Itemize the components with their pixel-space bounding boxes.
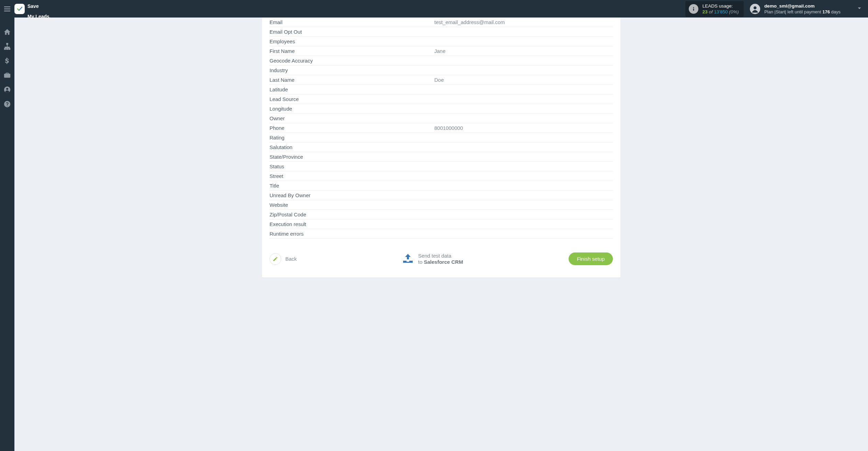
dollar-icon (3, 57, 11, 65)
action-bar: Back Send test data to Salesforce CRM Fi… (270, 252, 613, 265)
app-logo-badge (14, 4, 25, 14)
field-row: Lead Source (270, 94, 613, 104)
sidebar-item-billing[interactable] (3, 57, 11, 65)
header-dropdown-toggle[interactable] (854, 5, 865, 13)
field-row: Unread By Owner (270, 191, 613, 200)
field-row: Phone8001000000 (270, 123, 613, 133)
leads-usage-widget[interactable]: LEADS usage: 23 of 13'850 (0%) (685, 1, 744, 17)
svg-point-3 (754, 6, 757, 9)
field-row: Last NameDoe (270, 75, 613, 85)
user-avatar-icon (750, 4, 760, 14)
back-button[interactable]: Back (270, 253, 297, 265)
field-card: Emailtest_email_address@mail.comEmail Op… (262, 18, 620, 278)
field-row: First NameJane (270, 46, 613, 56)
upload-icon (402, 253, 413, 265)
send-test-line-2-target: Salesforce CRM (424, 259, 463, 265)
field-label: Employees (270, 38, 434, 44)
send-test-line-1: Send test data (418, 253, 463, 259)
field-label: Phone (270, 125, 434, 131)
field-label: Owner (270, 115, 434, 121)
hamburger-menu-button[interactable] (0, 7, 14, 11)
field-value: 8001000000 (434, 125, 613, 131)
leads-usage-current: 23 (703, 9, 708, 14)
finish-setup-button[interactable]: Finish setup (569, 252, 613, 265)
field-label: Geocode Accuracy (270, 58, 434, 64)
main-scroll-area[interactable]: Emailtest_email_address@mail.comEmail Op… (14, 18, 868, 451)
field-label: Rating (270, 135, 434, 140)
field-label: State/Province (270, 154, 434, 160)
field-row: Employees (270, 37, 613, 46)
field-label: Runtime errors (270, 231, 434, 237)
svg-rect-7 (9, 48, 10, 50)
field-value: Doe (434, 77, 613, 83)
field-label: Zip/Postal Code (270, 212, 434, 217)
field-label: Email Opt Out (270, 29, 434, 35)
field-label: Industry (270, 67, 434, 73)
field-label: Salutation (270, 144, 434, 150)
sidebar-item-account[interactable] (3, 86, 11, 94)
svg-rect-6 (7, 48, 8, 50)
user-circle-icon (3, 86, 11, 93)
home-icon (3, 28, 11, 36)
field-row: Website (270, 200, 613, 210)
leads-usage-of: of (709, 9, 712, 14)
user-plan-days-word: days (830, 9, 841, 14)
field-row: Owner (270, 114, 613, 123)
logo-line-2: My Leads. (27, 14, 51, 19)
svg-point-9 (6, 88, 8, 90)
field-row: Zip/Postal Code (270, 210, 613, 219)
sidebar-item-connections[interactable] (3, 42, 11, 50)
field-row: State/Province (270, 152, 613, 162)
field-row: Longitude (270, 104, 613, 114)
sidebar-item-help[interactable] (3, 100, 11, 108)
field-row: Status (270, 162, 613, 171)
user-email: demo_sml@gmail.com (764, 3, 841, 9)
field-row: Street (270, 171, 613, 181)
field-row: Title (270, 181, 613, 191)
info-icon (689, 4, 698, 14)
chevron-down-icon (856, 5, 863, 11)
send-test-line-2-prefix: to (418, 259, 424, 265)
sidebar-item-home[interactable] (3, 28, 11, 36)
field-row: Salutation (270, 143, 613, 152)
field-row: Latitude (270, 85, 613, 94)
field-row: Industry (270, 66, 613, 75)
user-plan-line: Plan |Start| left until payment 176 days (764, 9, 841, 15)
back-button-label: Back (285, 256, 297, 262)
field-value: test_email_address@mail.com (434, 19, 613, 25)
field-label: First Name (270, 48, 434, 54)
field-label: Longitude (270, 106, 434, 112)
logo-line-1: Save (27, 3, 39, 9)
pencil-icon (273, 256, 278, 262)
leads-usage-total: 13'850 (714, 9, 728, 14)
field-label: Last Name (270, 77, 434, 83)
field-row: Email Opt Out (270, 27, 613, 37)
field-label: Latitude (270, 87, 434, 92)
field-label: Street (270, 173, 434, 179)
svg-point-0 (693, 7, 694, 8)
user-plan-days-num: 176 (822, 9, 830, 14)
leads-usage-text: LEADS usage: 23 of 13'850 (0%) (703, 3, 739, 15)
briefcase-icon (3, 71, 11, 79)
field-row: Execution result (270, 219, 613, 229)
sidebar-item-business[interactable] (3, 71, 11, 79)
field-row: Emailtest_email_address@mail.com (270, 18, 613, 27)
user-plan-prefix: Plan |Start| left until payment (764, 9, 822, 14)
field-label: Status (270, 164, 434, 169)
sitemap-icon (3, 43, 11, 50)
field-value: Jane (434, 48, 613, 54)
field-label: Website (270, 202, 434, 208)
field-label: Email (270, 19, 434, 25)
user-menu[interactable]: demo_sml@gmail.com Plan |Start| left unt… (750, 3, 841, 15)
send-test-data-link[interactable]: Send test data to Salesforce CRM (297, 253, 569, 265)
svg-rect-5 (4, 48, 6, 50)
field-label: Lead Source (270, 96, 434, 102)
send-test-text: Send test data to Salesforce CRM (418, 253, 463, 265)
leads-usage-title: LEADS usage: (703, 3, 739, 9)
checkmark-logo-icon (16, 5, 23, 12)
svg-rect-4 (7, 43, 8, 45)
field-rows-container: Emailtest_email_address@mail.comEmail Op… (270, 18, 613, 239)
svg-rect-1 (693, 8, 694, 11)
question-circle-icon (3, 100, 11, 108)
app-header: Save My Leads. LEADS usage: 23 of 13'850… (0, 0, 868, 18)
